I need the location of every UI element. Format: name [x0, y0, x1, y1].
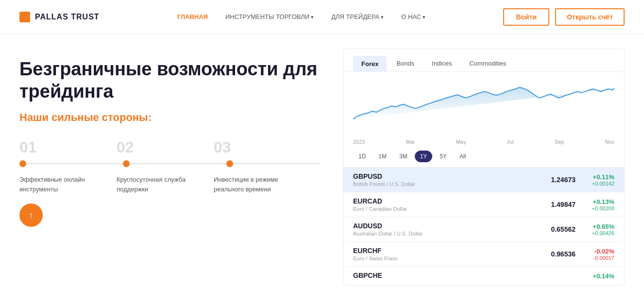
- change-pct-eurchf: -0.02%: [576, 248, 614, 255]
- name-gbpusd: British Pound / U.S. Dollar: [353, 181, 532, 187]
- name-eurcad: Euro / Canadian Dollar: [353, 206, 532, 212]
- change-abs-gbpusd: +0.00142: [576, 181, 614, 187]
- left-section: Безграничные возможности для трейдинга Н…: [19, 49, 323, 286]
- name-eurchf: Euro / Swiss Franc: [353, 255, 532, 261]
- nav-item-home[interactable]: ГЛАВНАЯ: [177, 13, 208, 20]
- chart-area: [343, 72, 624, 137]
- time-label-2: Mar: [406, 139, 415, 145]
- pair-gbpusd: GBPUSD: [353, 172, 532, 180]
- open-account-button[interactable]: Открыть счёт: [555, 8, 625, 26]
- login-button[interactable]: Войти: [503, 8, 549, 26]
- change-eurchf: -0.02% -0.00017: [576, 248, 614, 261]
- logo-text: PALLAS TRUST: [35, 13, 100, 21]
- period-3m[interactable]: 3M: [394, 151, 413, 162]
- change-pct-eurcad: +0.13%: [576, 198, 614, 205]
- time-label-3: May: [456, 139, 466, 145]
- nav-item-instruments[interactable]: ИНСТРУМЕНТЫ ТОРГОВЛИ: [225, 13, 314, 20]
- nav-item-trader[interactable]: ДЛЯ ТРЕЙДЕРА: [331, 13, 384, 20]
- time-label-1: 2023: [353, 139, 365, 145]
- price-eurcad: 1.49847: [532, 201, 576, 208]
- step-dot-1: [19, 160, 26, 167]
- chart-panel: Forex Bonds Indices Commodities 2023 Mar: [343, 49, 625, 286]
- period-buttons: 1D 1M 3M 1Y 5Y All: [343, 148, 624, 167]
- time-label-5: Sep: [555, 139, 564, 145]
- currency-row-gbpche[interactable]: GBPCHE +0.14%: [343, 266, 624, 285]
- step-desc-1: Эффективные онлайн инструменты: [19, 175, 117, 194]
- scroll-up-button[interactable]: ↑: [19, 204, 43, 227]
- change-gbpche: +0.14%: [576, 272, 614, 280]
- currency-row-eurchf[interactable]: EURCHF Euro / Swiss Franc 0.96536 -0.02%…: [343, 241, 624, 266]
- currency-table: GBPUSD British Pound / U.S. Dollar 1.246…: [343, 167, 624, 285]
- header-buttons: Войти Открыть счёт: [503, 8, 625, 26]
- currency-info-eurchf: EURCHF Euro / Swiss Franc: [353, 247, 532, 261]
- time-label-4: Jul: [507, 139, 514, 145]
- nav-item-about[interactable]: О НАС: [401, 13, 425, 20]
- tab-commodities[interactable]: Commodities: [461, 56, 514, 71]
- currency-info-eurcad: EURCAD Euro / Canadian Dollar: [353, 197, 532, 212]
- pair-eurchf: EURCHF: [353, 247, 532, 255]
- change-abs-eurchf: -0.00017: [576, 255, 614, 261]
- step-descriptions: Эффективные онлайн инструменты Круглосут…: [19, 175, 323, 194]
- currency-info-gbpche: GBPCHE: [353, 272, 532, 280]
- change-abs-eurcad: +0.00200: [576, 205, 614, 211]
- currency-info-audusd: AUDUSD Australian Dollar / U.S. Dollar: [353, 222, 532, 237]
- step-numbers: 01 02 03: [19, 138, 323, 156]
- pair-eurcad: EURCAD: [353, 197, 532, 205]
- step-num-1: 01: [19, 138, 117, 156]
- currency-row-audusd[interactable]: AUDUSD Australian Dollar / U.S. Dollar 0…: [343, 217, 624, 241]
- pair-audusd: AUDUSD: [353, 222, 532, 230]
- change-eurcad: +0.13% +0.00200: [576, 198, 614, 211]
- change-gbpusd: +0.11% +0.00142: [576, 173, 614, 187]
- price-audusd: 0.65562: [532, 225, 576, 233]
- period-1y[interactable]: 1Y: [415, 151, 433, 162]
- header: PALLAS TRUST ГЛАВНАЯ ИНСТРУМЕНТЫ ТОРГОВЛ…: [0, 0, 644, 34]
- step-num-3: 03: [214, 138, 311, 156]
- logo: PALLAS TRUST: [19, 12, 100, 22]
- period-1d[interactable]: 1D: [353, 151, 371, 162]
- change-pct-audusd: +0.65%: [576, 223, 614, 230]
- time-label-6: Nov: [605, 139, 614, 145]
- currency-info-gbpusd: GBPUSD British Pound / U.S. Dollar: [353, 172, 532, 187]
- change-pct-gbpche: +0.14%: [576, 272, 614, 280]
- price-gbpusd: 1.24673: [532, 176, 576, 184]
- step-desc-3: Инвестиции в режиме реального времени: [214, 175, 311, 194]
- step-num-2: 02: [117, 138, 214, 156]
- change-abs-audusd: +0.00426: [576, 230, 614, 236]
- main-content: Безграничные возможности для трейдинга Н…: [0, 34, 644, 289]
- hero-title: Безграничные возможности для трейдинга: [19, 58, 323, 102]
- step-dot-3: [226, 160, 233, 167]
- period-1m[interactable]: 1M: [373, 151, 392, 162]
- main-nav: ГЛАВНАЯ ИНСТРУМЕНТЫ ТОРГОВЛИ ДЛЯ ТРЕЙДЕР…: [177, 13, 425, 20]
- pair-gbpche: GBPCHE: [353, 272, 532, 279]
- tab-bonds[interactable]: Bonds: [389, 56, 422, 71]
- steps-section: 01 02 03: [19, 138, 323, 194]
- currency-row-gbpusd[interactable]: GBPUSD British Pound / U.S. Dollar 1.246…: [343, 167, 624, 192]
- tab-forex[interactable]: Forex: [353, 56, 387, 71]
- change-pct-gbpusd: +0.11%: [576, 173, 614, 181]
- price-eurchf: 0.96536: [532, 250, 576, 258]
- chart-tabs: Forex Bonds Indices Commodities: [343, 49, 624, 72]
- change-audusd: +0.65% +0.00426: [576, 223, 614, 236]
- time-axis: 2023 Mar May Jul Sep Nov: [343, 137, 624, 148]
- logo-icon: [19, 12, 30, 22]
- name-audusd: Australian Dollar / U.S. Dollar: [353, 231, 532, 237]
- step-desc-2: Круглосуточная служба поддержки: [117, 175, 214, 194]
- hero-subtitle: Наши сильные стороны:: [19, 111, 323, 124]
- tab-indices[interactable]: Indices: [424, 56, 459, 71]
- step-dot-2: [123, 160, 130, 167]
- period-all[interactable]: All: [454, 151, 471, 162]
- currency-row-eurcad[interactable]: EURCAD Euro / Canadian Dollar 1.49847 +0…: [343, 192, 624, 217]
- period-5y[interactable]: 5Y: [434, 151, 452, 162]
- price-chart: [353, 77, 614, 135]
